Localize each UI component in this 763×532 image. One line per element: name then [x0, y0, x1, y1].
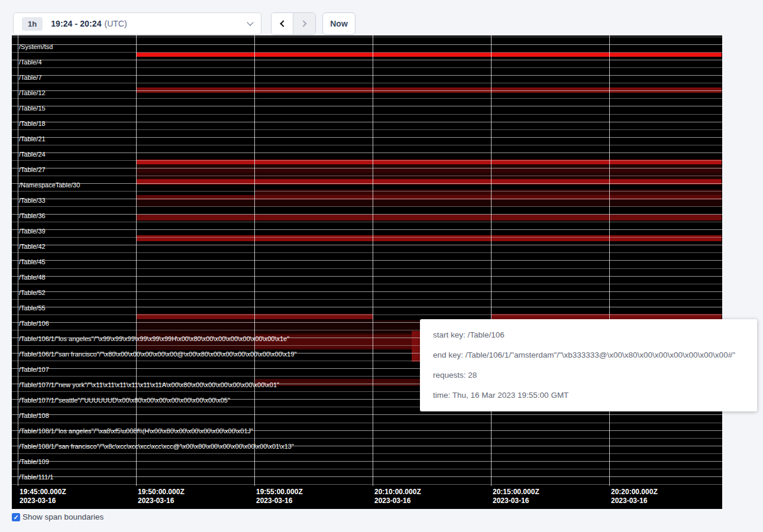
time-gridline	[373, 35, 373, 486]
span-boundary-line	[12, 237, 722, 238]
span-boundary-line	[12, 199, 722, 199]
span-boundary-line	[12, 176, 722, 176]
span-boundary-line	[12, 469, 722, 469]
row-label: /Table/36	[19, 212, 46, 220]
span-boundary-line	[12, 284, 722, 284]
span-boundary-line	[12, 37, 722, 37]
row-label: /Table/21	[19, 135, 46, 143]
span-boundary-line	[12, 122, 722, 122]
span-boundary-line	[12, 52, 722, 53]
row-label: /Table/106	[19, 320, 49, 327]
span-boundary-line	[12, 307, 722, 307]
span-boundary-line	[12, 60, 722, 60]
show-span-boundaries-label[interactable]: Show span boundaries	[22, 512, 104, 521]
row-label: /Table/108/1/"los angeles"/"\xa8\xf5\u00…	[19, 427, 253, 435]
axis-tick: 20:20:00.000Z2023-03-16	[611, 488, 658, 505]
row-label: /Table/4	[19, 59, 42, 66]
span-boundary-line	[12, 75, 722, 76]
axis-tick-date: 2023-03-16	[256, 497, 303, 505]
span-boundary-line	[12, 414, 722, 415]
row-label: /Table/7	[19, 74, 42, 82]
row-label: /NamespaceTable/30	[19, 181, 80, 189]
tooltip-time: time: Thu, 16 Mar 2023 19:55:00 GMT	[433, 385, 757, 406]
chevron-down-icon	[247, 19, 253, 25]
span-boundary-line	[12, 114, 722, 115]
axis-tick-time: 19:55:00.000Z	[256, 488, 303, 497]
time-gridline	[609, 35, 610, 486]
tooltip-requests: requests: 28	[433, 365, 757, 385]
axis-tick-date: 2023-03-16	[493, 497, 539, 505]
now-button[interactable]: Now	[322, 12, 355, 35]
span-boundary-line	[12, 268, 722, 269]
span-boundary-line	[12, 191, 722, 192]
chevron-left-icon	[280, 20, 286, 27]
key-visualizer-heatmap[interactable]: /System/tsd/Table/4/Table/7/Table/12/Tab…	[12, 35, 722, 509]
row-label: /Table/107/1/"seattle"/"UUUUUUD\x00\x80\…	[19, 397, 230, 404]
row-label: /Table/108/1/"san francisco"/"\x8c\xcc\x…	[19, 443, 294, 450]
span-boundary-line	[12, 153, 722, 153]
time-range-selector[interactable]: 1h 19:24 - 20:24 (UTC)	[13, 12, 261, 35]
heat-band	[137, 53, 722, 57]
span-boundary-line	[12, 260, 722, 261]
span-boundary-line	[12, 168, 722, 168]
span-boundary-line	[12, 98, 722, 99]
axis-tick-time: 19:50:00.000Z	[138, 488, 185, 497]
axis-tick: 19:50:00.000Z2023-03-16	[138, 488, 185, 505]
span-boundary-line	[12, 476, 722, 477]
row-label: /Table/39	[19, 228, 46, 235]
span-boundary-line	[12, 252, 722, 253]
span-boundary-line	[12, 129, 722, 130]
axis-tick-time: 20:10:00.000Z	[374, 488, 421, 497]
row-label: /Table/33	[19, 197, 46, 205]
span-boundary-line	[12, 214, 722, 215]
axis-tick: 20:10:00.000Z2023-03-16	[374, 488, 421, 505]
row-label: /Table/48	[19, 274, 46, 281]
duration-badge: 1h	[22, 17, 43, 31]
time-gridline	[18, 35, 18, 486]
previous-interval-button[interactable]	[271, 13, 293, 34]
span-boundary-line	[12, 83, 722, 83]
row-label: /System/tsd	[19, 43, 53, 51]
span-boundary-line	[12, 67, 722, 68]
time-gridline	[491, 35, 492, 486]
row-label: /Table/106/1/"san francisco"/"\x80\x00\x…	[19, 351, 297, 358]
span-boundary-line	[12, 229, 722, 230]
row-label: /Table/108	[19, 412, 49, 420]
axis-tick-date: 2023-03-16	[20, 497, 66, 505]
axis-tick: 20:15:00.000Z2023-03-16	[493, 488, 539, 505]
tooltip-start-key: start key: /Table/106	[433, 325, 757, 345]
span-boundary-line	[12, 453, 722, 454]
axis-tick-date: 2023-03-16	[374, 497, 421, 505]
span-boundary-line	[12, 106, 722, 106]
span-boundary-line	[12, 314, 722, 315]
axis-tick-time: 19:45:00.000Z	[20, 488, 66, 497]
span-boundary-line	[12, 90, 722, 91]
row-label: /Table/106/1/"los angeles"/"\x99\x99\x99…	[19, 335, 289, 343]
show-span-boundaries-checkbox[interactable]: ✓	[12, 513, 20, 521]
span-boundaries-toggle-row: ✓ Show span boundaries	[12, 512, 104, 521]
span-boundary-line	[12, 222, 722, 222]
row-label: /Table/12	[19, 89, 46, 97]
tooltip-end-key: end key: /Table/106/1/"amsterdam"/"\xb33…	[433, 345, 757, 365]
heat-band	[137, 168, 722, 173]
span-boundary-line	[12, 461, 722, 462]
heat-band	[255, 379, 432, 386]
axis-tick-date: 2023-03-16	[138, 497, 185, 505]
span-boundary-line	[12, 206, 722, 207]
axis-tick-date: 2023-03-16	[611, 497, 658, 505]
hover-tooltip: start key: /Table/106 end key: /Table/10…	[420, 319, 757, 411]
row-label: /Table/107/1/"new york"/"\x11\x11\x11\x1…	[19, 381, 279, 389]
time-zone-label: (UTC)	[105, 19, 127, 28]
span-boundary-line	[12, 276, 722, 277]
span-boundary-line	[12, 438, 722, 439]
next-interval-button-disabled[interactable]	[293, 13, 315, 34]
row-label: /Table/45	[19, 258, 46, 266]
chevron-right-icon	[300, 20, 306, 27]
row-label: /Table/111/1	[19, 473, 53, 481]
span-boundary-line	[12, 245, 722, 245]
row-label: /Table/107	[19, 366, 49, 374]
time-gridline	[136, 35, 137, 486]
span-boundary-line	[12, 299, 722, 300]
row-label: /Table/109	[19, 458, 49, 466]
heat-band	[137, 235, 722, 241]
